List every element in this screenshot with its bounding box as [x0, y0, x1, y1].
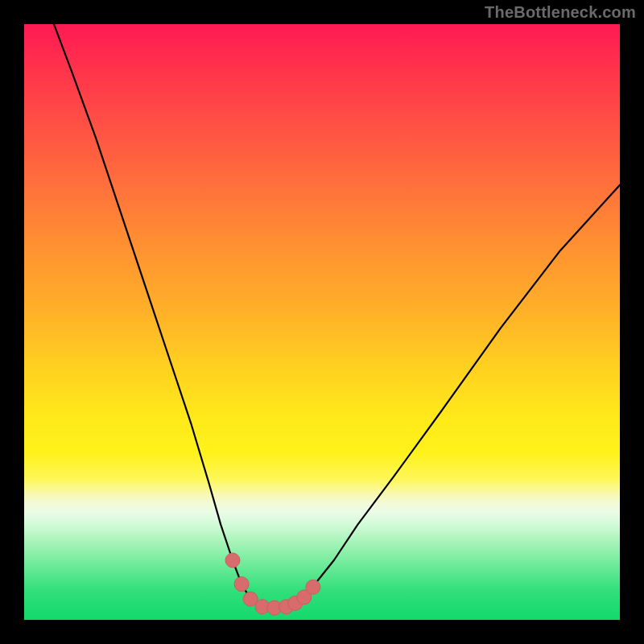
watermark-text: TheBottleneck.com — [485, 3, 636, 22]
chart-frame: TheBottleneck.com — [0, 0, 644, 644]
bottleneck-curve — [54, 24, 620, 608]
highlighted-points — [225, 553, 320, 615]
chart-svg — [24, 24, 620, 620]
marker-point — [306, 580, 320, 594]
marker-point — [234, 577, 249, 592]
marker-point — [225, 553, 240, 568]
chart-plot-area — [24, 24, 620, 620]
